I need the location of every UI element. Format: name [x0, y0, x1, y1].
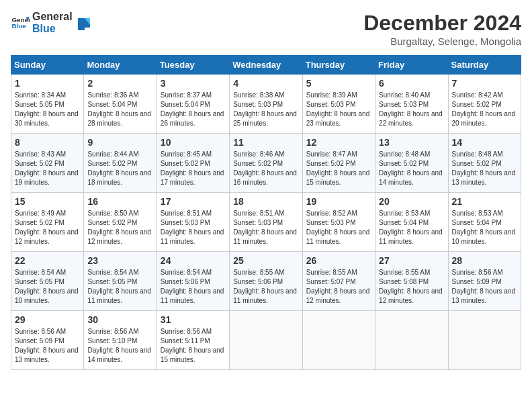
day-info: Sunrise: 8:56 AMSunset: 5:09 PMDaylight:…	[452, 268, 517, 306]
calendar-week-row: 15Sunrise: 8:49 AMSunset: 5:02 PMDayligh…	[11, 193, 521, 252]
calendar-day-cell: 2Sunrise: 8:36 AMSunset: 5:04 PMDaylight…	[84, 75, 157, 134]
day-info: Sunrise: 8:56 AMSunset: 5:09 PMDaylight:…	[15, 327, 80, 365]
day-number: 27	[379, 255, 444, 266]
day-number: 16	[87, 196, 152, 207]
logo: General Blue General Blue	[11, 11, 90, 34]
calendar-body: 1Sunrise: 8:34 AMSunset: 5:05 PMDaylight…	[11, 75, 521, 370]
calendar-week-row: 1Sunrise: 8:34 AMSunset: 5:05 PMDaylight…	[11, 75, 521, 134]
calendar-day-cell: 29Sunrise: 8:56 AMSunset: 5:09 PMDayligh…	[11, 311, 84, 370]
day-number: 7	[452, 78, 517, 89]
logo-general: General	[32, 11, 73, 23]
day-of-week-header: Saturday	[448, 56, 521, 75]
calendar-day-cell: 27Sunrise: 8:55 AMSunset: 5:08 PMDayligh…	[375, 252, 448, 311]
day-number: 10	[161, 137, 226, 148]
calendar-day-cell: 12Sunrise: 8:47 AMSunset: 5:02 PMDayligh…	[302, 134, 375, 193]
calendar-day-cell: 9Sunrise: 8:44 AMSunset: 5:02 PMDaylight…	[84, 134, 157, 193]
day-number: 20	[379, 196, 444, 207]
day-info: Sunrise: 8:37 AMSunset: 5:04 PMDaylight:…	[161, 91, 226, 128]
day-info: Sunrise: 8:51 AMSunset: 5:03 PMDaylight:…	[161, 209, 226, 246]
calendar-day-cell: 8Sunrise: 8:43 AMSunset: 5:02 PMDaylight…	[11, 134, 84, 193]
calendar-day-cell	[375, 311, 448, 370]
day-number: 8	[15, 137, 80, 148]
calendar-day-cell: 17Sunrise: 8:51 AMSunset: 5:03 PMDayligh…	[157, 193, 229, 252]
calendar-day-cell: 14Sunrise: 8:48 AMSunset: 5:02 PMDayligh…	[448, 134, 521, 193]
day-info: Sunrise: 8:54 AMSunset: 5:05 PMDaylight:…	[15, 268, 80, 306]
calendar-day-cell: 15Sunrise: 8:49 AMSunset: 5:02 PMDayligh…	[11, 193, 84, 252]
day-info: Sunrise: 8:46 AMSunset: 5:02 PMDaylight:…	[233, 150, 298, 187]
calendar-table: SundayMondayTuesdayWednesdayThursdayFrid…	[11, 55, 521, 370]
day-number: 3	[161, 78, 226, 89]
day-number: 21	[452, 196, 517, 207]
calendar-day-cell: 21Sunrise: 8:53 AMSunset: 5:04 PMDayligh…	[448, 193, 521, 252]
calendar-day-cell: 11Sunrise: 8:46 AMSunset: 5:02 PMDayligh…	[230, 134, 302, 193]
day-number: 23	[87, 255, 152, 266]
day-info: Sunrise: 8:36 AMSunset: 5:04 PMDaylight:…	[87, 91, 152, 128]
calendar-day-cell: 24Sunrise: 8:54 AMSunset: 5:06 PMDayligh…	[157, 252, 229, 311]
day-number: 12	[306, 137, 371, 148]
calendar-day-cell: 13Sunrise: 8:48 AMSunset: 5:02 PMDayligh…	[375, 134, 448, 193]
day-info: Sunrise: 8:44 AMSunset: 5:02 PMDaylight:…	[87, 150, 152, 187]
day-info: Sunrise: 8:55 AMSunset: 5:08 PMDaylight:…	[379, 268, 444, 306]
day-info: Sunrise: 8:54 AMSunset: 5:05 PMDaylight:…	[87, 268, 152, 306]
day-info: Sunrise: 8:54 AMSunset: 5:06 PMDaylight:…	[161, 268, 226, 306]
day-number: 1	[15, 78, 80, 89]
day-info: Sunrise: 8:53 AMSunset: 5:04 PMDaylight:…	[379, 209, 444, 246]
day-number: 26	[306, 255, 371, 266]
calendar-day-cell: 31Sunrise: 8:56 AMSunset: 5:11 PMDayligh…	[157, 311, 229, 370]
day-info: Sunrise: 8:53 AMSunset: 5:04 PMDaylight:…	[452, 209, 517, 246]
calendar-day-cell: 3Sunrise: 8:37 AMSunset: 5:04 PMDaylight…	[157, 75, 229, 134]
day-number: 29	[15, 314, 80, 325]
location-subtitle: Burgaltay, Selenge, Mongolia	[363, 36, 521, 47]
day-of-week-header: Friday	[375, 56, 448, 75]
day-of-week-header: Tuesday	[157, 56, 229, 75]
calendar-week-row: 22Sunrise: 8:54 AMSunset: 5:05 PMDayligh…	[11, 252, 521, 311]
day-info: Sunrise: 8:38 AMSunset: 5:03 PMDaylight:…	[233, 91, 298, 128]
logo-blue: Blue	[32, 23, 73, 35]
calendar-day-cell: 26Sunrise: 8:55 AMSunset: 5:07 PMDayligh…	[302, 252, 375, 311]
day-info: Sunrise: 8:52 AMSunset: 5:03 PMDaylight:…	[306, 209, 371, 246]
calendar-day-cell: 25Sunrise: 8:55 AMSunset: 5:06 PMDayligh…	[230, 252, 302, 311]
day-info: Sunrise: 8:50 AMSunset: 5:02 PMDaylight:…	[87, 209, 152, 246]
day-number: 17	[161, 196, 226, 207]
month-title: December 2024	[363, 11, 521, 36]
day-number: 14	[452, 137, 517, 148]
day-info: Sunrise: 8:34 AMSunset: 5:05 PMDaylight:…	[15, 91, 80, 128]
calendar-day-cell: 19Sunrise: 8:52 AMSunset: 5:03 PMDayligh…	[302, 193, 375, 252]
day-of-week-header: Sunday	[11, 56, 84, 75]
day-number: 31	[161, 314, 226, 325]
day-number: 19	[306, 196, 371, 207]
calendar-day-cell: 30Sunrise: 8:56 AMSunset: 5:10 PMDayligh…	[84, 311, 157, 370]
calendar-day-cell	[230, 311, 302, 370]
day-number: 18	[233, 196, 298, 207]
day-info: Sunrise: 8:39 AMSunset: 5:03 PMDaylight:…	[306, 91, 371, 128]
calendar-day-cell: 10Sunrise: 8:45 AMSunset: 5:02 PMDayligh…	[157, 134, 229, 193]
calendar-day-cell: 28Sunrise: 8:56 AMSunset: 5:09 PMDayligh…	[448, 252, 521, 311]
calendar-week-row: 29Sunrise: 8:56 AMSunset: 5:09 PMDayligh…	[11, 311, 521, 370]
calendar-day-cell: 22Sunrise: 8:54 AMSunset: 5:05 PMDayligh…	[11, 252, 84, 311]
page-header: General Blue General Blue December 2024 …	[11, 11, 521, 47]
calendar-header-row: SundayMondayTuesdayWednesdayThursdayFrid…	[11, 56, 521, 75]
calendar-day-cell: 5Sunrise: 8:39 AMSunset: 5:03 PMDaylight…	[302, 75, 375, 134]
logo-icon: General Blue	[11, 13, 30, 32]
day-number: 30	[87, 314, 152, 325]
day-of-week-header: Wednesday	[230, 56, 302, 75]
calendar-day-cell: 7Sunrise: 8:42 AMSunset: 5:02 PMDaylight…	[448, 75, 521, 134]
day-info: Sunrise: 8:56 AMSunset: 5:11 PMDaylight:…	[161, 327, 226, 365]
day-info: Sunrise: 8:45 AMSunset: 5:02 PMDaylight:…	[161, 150, 226, 187]
day-of-week-header: Monday	[84, 56, 157, 75]
calendar-day-cell: 16Sunrise: 8:50 AMSunset: 5:02 PMDayligh…	[84, 193, 157, 252]
day-number: 25	[233, 255, 298, 266]
calendar-day-cell: 23Sunrise: 8:54 AMSunset: 5:05 PMDayligh…	[84, 252, 157, 311]
calendar-day-cell: 1Sunrise: 8:34 AMSunset: 5:05 PMDaylight…	[11, 75, 84, 134]
day-number: 5	[306, 78, 371, 89]
title-block: December 2024 Burgaltay, Selenge, Mongol…	[363, 11, 521, 47]
day-number: 11	[233, 137, 298, 148]
day-number: 22	[15, 255, 80, 266]
day-of-week-header: Thursday	[302, 56, 375, 75]
day-number: 24	[161, 255, 226, 266]
day-info: Sunrise: 8:43 AMSunset: 5:02 PMDaylight:…	[15, 150, 80, 187]
calendar-day-cell	[448, 311, 521, 370]
calendar-day-cell: 6Sunrise: 8:40 AMSunset: 5:03 PMDaylight…	[375, 75, 448, 134]
calendar-day-cell: 18Sunrise: 8:51 AMSunset: 5:03 PMDayligh…	[230, 193, 302, 252]
calendar-day-cell	[302, 311, 375, 370]
